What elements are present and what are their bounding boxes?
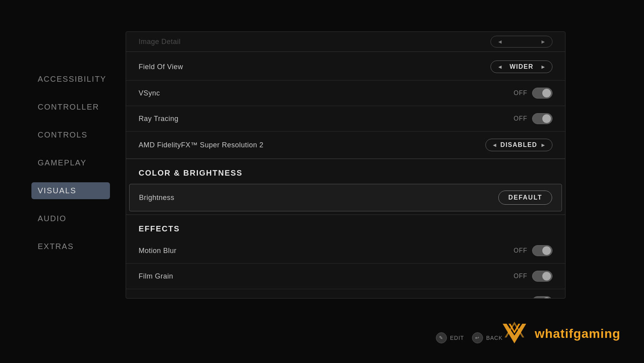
- edit-control-label: EDIT: [450, 335, 464, 341]
- back-control-icon: ↩: [472, 332, 483, 343]
- fov-label: Field Of View: [139, 63, 183, 71]
- setting-row-motion-blur: Motion Blur OFF: [126, 238, 565, 264]
- sidebar-item-visuals[interactable]: VISUALS: [31, 182, 110, 199]
- color-brightness-header: COLOR & BRIGHTNESS: [126, 161, 565, 182]
- sidebar: ACCESSIBILITY CONTROLLER CONTROLS GAMEPL…: [0, 0, 110, 363]
- settings-container: ACCESSIBILITY CONTROLLER CONTROLS GAMEPL…: [0, 0, 644, 363]
- settings-panel: Image Detail ◄ ► Field Of View ◄ WIDER ►: [126, 31, 565, 299]
- brightness-default-button[interactable]: DEFAULT: [498, 191, 552, 205]
- effects-header: EFFECTS: [126, 216, 565, 238]
- chromatic-aberration-label: Chromatic Aberration: [139, 298, 209, 299]
- ray-tracing-label: Ray Tracing: [139, 115, 179, 123]
- edit-control-icon: ✎: [436, 332, 447, 343]
- partial-cycle-button[interactable]: ◄ ►: [490, 36, 553, 48]
- vsync-toggle-label: OFF: [514, 90, 527, 97]
- setting-row-vsync: VSync OFF: [126, 81, 565, 106]
- amd-fsr2-left-arrow: ◄: [492, 142, 498, 148]
- amd-fsr2-label: AMD FidelityFX™ Super Resolution 2: [139, 141, 263, 149]
- film-grain-toggle[interactable]: [532, 271, 553, 282]
- ray-tracing-toggle-label: OFF: [514, 115, 527, 122]
- main-content: Image Detail ◄ ► Field Of View ◄ WIDER ►: [126, 31, 565, 363]
- motion-blur-toggle-container: OFF: [514, 245, 553, 256]
- fov-left-arrow: ◄: [497, 64, 503, 70]
- divider-effects: [126, 214, 565, 215]
- bottom-controls: ✎ EDIT ↩ BACK: [436, 332, 503, 343]
- motion-blur-toggle-label: OFF: [514, 247, 527, 254]
- sidebar-item-extras[interactable]: EXTRAS: [31, 238, 110, 255]
- logo-text: whatifgaming: [535, 326, 620, 341]
- back-control-hint: ↩ BACK: [472, 332, 503, 343]
- film-grain-label: Film Grain: [139, 272, 173, 280]
- setting-row-amd-fsr2: AMD FidelityFX™ Super Resolution 2 ◄ DIS…: [126, 132, 565, 159]
- setting-row-film-grain: Film Grain OFF: [126, 264, 565, 289]
- sidebar-item-audio[interactable]: AUDIO: [31, 210, 110, 227]
- cycle-left-arrow: ◄: [497, 38, 503, 45]
- sidebar-item-accessibility[interactable]: ACCESSIBILITY: [31, 71, 110, 88]
- edit-control-hint: ✎ EDIT: [436, 332, 464, 343]
- cycle-right-arrow: ►: [540, 38, 546, 45]
- fov-value: WIDER: [506, 63, 537, 70]
- film-grain-toggle-container: OFF: [514, 271, 553, 282]
- logo-text-part1: whatif: [535, 326, 573, 341]
- vsync-label: VSync: [139, 89, 160, 97]
- setting-row-chromatic-aberration: Chromatic Aberration OFF: [126, 289, 565, 299]
- ray-tracing-toggle-container: OFF: [514, 113, 553, 124]
- vsync-toggle-container: OFF: [514, 88, 553, 99]
- partial-label: Image Detail: [139, 38, 181, 46]
- vsync-toggle[interactable]: [532, 88, 553, 99]
- amd-fsr2-cycle-button[interactable]: ◄ DISABLED ►: [485, 139, 553, 151]
- partial-row: Image Detail ◄ ►: [126, 32, 565, 51]
- divider-color: [126, 159, 565, 159]
- film-grain-toggle-label: OFF: [514, 273, 527, 280]
- brightness-label: Brightness: [139, 194, 174, 202]
- setting-row-ray-tracing: Ray Tracing OFF: [126, 106, 565, 132]
- sidebar-item-controller[interactable]: CONTROLLER: [31, 99, 110, 116]
- setting-row-brightness[interactable]: Brightness DEFAULT: [129, 184, 562, 211]
- amd-fsr2-right-arrow: ►: [540, 142, 546, 148]
- fov-right-arrow: ►: [540, 64, 546, 70]
- divider-top: [126, 51, 565, 52]
- amd-fsr2-value: DISABLED: [500, 141, 537, 148]
- logo-svg-icon: [499, 320, 530, 347]
- chromatic-aberration-toggle[interactable]: [532, 296, 553, 299]
- motion-blur-toggle[interactable]: [532, 245, 553, 256]
- logo-text-part2: gaming: [573, 326, 620, 341]
- chromatic-aberration-toggle-label: OFF: [514, 298, 527, 299]
- chromatic-aberration-toggle-container: OFF: [514, 296, 553, 299]
- fov-cycle-button[interactable]: ◄ WIDER ►: [490, 60, 553, 73]
- sidebar-item-controls[interactable]: CONTROLS: [31, 126, 110, 143]
- ray-tracing-toggle[interactable]: [532, 113, 553, 124]
- sidebar-item-gameplay[interactable]: GAMEPLAY: [31, 154, 110, 171]
- watermark: whatifgaming: [499, 320, 620, 347]
- motion-blur-label: Motion Blur: [139, 247, 177, 255]
- setting-row-fov: Field Of View ◄ WIDER ►: [126, 53, 565, 81]
